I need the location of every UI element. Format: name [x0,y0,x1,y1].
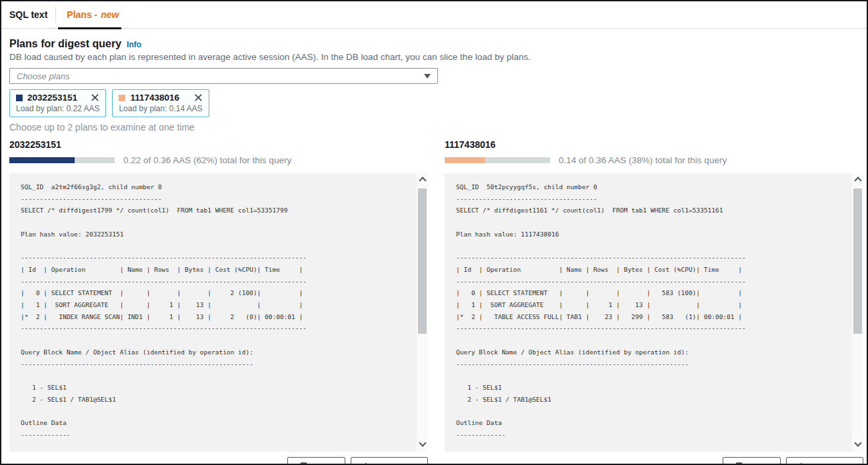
plans-hint: Choose up to 2 plans to examine at one t… [9,122,867,133]
download-icon [361,462,371,465]
download-button[interactable]: Download [351,457,428,465]
scroll-down-icon[interactable] [419,439,426,446]
download-button[interactable]: Download [786,457,863,465]
plan-title: 2032253151 [9,139,428,150]
download-label: Download [376,462,417,465]
copy-icon [298,462,307,465]
load-bar [445,157,550,163]
download-icon [797,462,806,465]
plan-token-header: 1117438016 [119,93,202,103]
plan-actions: Copy Download [445,457,863,465]
tab-plans-label: Plans - [67,9,97,20]
tab-bar: SQL text Plans - new [1,1,867,29]
plan-token-id: 1117438016 [130,93,179,103]
plan-title: 1117438016 [445,139,863,150]
download-label: Download [811,462,853,465]
scrollbar-thumb[interactable] [853,189,862,334]
copy-label: Copy [748,462,770,465]
scroll-up-icon[interactable] [419,177,426,184]
load-bar-fill [445,157,485,163]
load-summary: 0.14 of 0.36 AAS (38%) total for this qu… [559,155,727,165]
tab-sql-text-label: SQL text [9,9,47,20]
copy-button[interactable]: Copy [723,457,781,465]
plan-token-header: 2032253151 [16,93,99,103]
plan-column-right: 1117438016 0.14 of 0.36 AAS (38%) total … [445,139,863,465]
scrollbar[interactable] [417,173,428,452]
plan-color-swatch [16,95,23,101]
tab-plans-new-badge: new [101,9,119,20]
info-link[interactable]: Info [127,40,141,49]
plan-token-2032253151: 2032253151 Load by plan: 0.22 AAS [9,89,106,117]
load-summary: 0.22 of 0.36 AAS (62%) total for this qu… [123,155,291,165]
load-bar [9,157,115,163]
copy-label: Copy [313,462,335,465]
choose-plans-placeholder: Choose plans [17,71,70,81]
plan-comparison-columns: 2032253151 0.22 of 0.36 AAS (62%) total … [9,139,867,465]
plan-text-panel: SQL_ID 50t2pcyygqf5s, child number 0 ---… [445,173,863,452]
tab-sql-text[interactable]: SQL text [1,1,55,28]
section-header: Plans for digest query Info [9,38,867,50]
scroll-down-icon[interactable] [854,439,861,446]
plan-load-row: 0.22 of 0.36 AAS (62%) total for this qu… [9,155,428,165]
plan-color-swatch [119,95,125,101]
page-title: Plans for digest query [9,38,121,50]
copy-button[interactable]: Copy [287,457,345,465]
copy-icon [733,462,743,465]
plan-token-load: Load by plan: 0.14 AAS [119,104,202,113]
tab-panel-plans: Plans for digest query Info DB load caus… [1,29,867,465]
plan-token-1117438016: 1117438016 Load by plan: 0.14 AAS [112,89,209,117]
load-bar-fill [9,157,75,163]
plan-actions: Copy Download [9,457,428,465]
close-icon[interactable] [183,93,203,102]
plan-text: SQL_ID 50t2pcyygqf5s, child number 0 ---… [445,173,863,440]
chevron-down-icon [424,74,431,79]
scrollbar-thumb[interactable] [418,189,427,334]
plans-page: SQL text Plans - new Plans for digest qu… [0,0,868,465]
plan-column-left: 2032253151 0.22 of 0.36 AAS (62%) total … [9,139,428,465]
plan-text-panel: SQL_ID a2tm2f66sg3g2, child number 0 ---… [9,173,428,452]
section-description: DB load caused by each plan is represent… [9,52,867,62]
scroll-up-icon[interactable] [854,177,861,184]
scrollbar[interactable] [852,173,863,452]
tab-plans[interactable]: Plans - new [56,1,131,28]
plan-token-load: Load by plan: 0.22 AAS [16,104,99,113]
close-icon[interactable] [80,93,99,102]
plan-text: SQL_ID a2tm2f66sg3g2, child number 0 ---… [9,173,428,440]
plan-load-row: 0.14 of 0.36 AAS (38%) total for this qu… [445,155,863,165]
choose-plans-select[interactable]: Choose plans [9,68,438,84]
selected-plan-tokens: 2032253151 Load by plan: 0.22 AAS 111743… [9,89,867,117]
plan-token-id: 2032253151 [27,93,77,103]
